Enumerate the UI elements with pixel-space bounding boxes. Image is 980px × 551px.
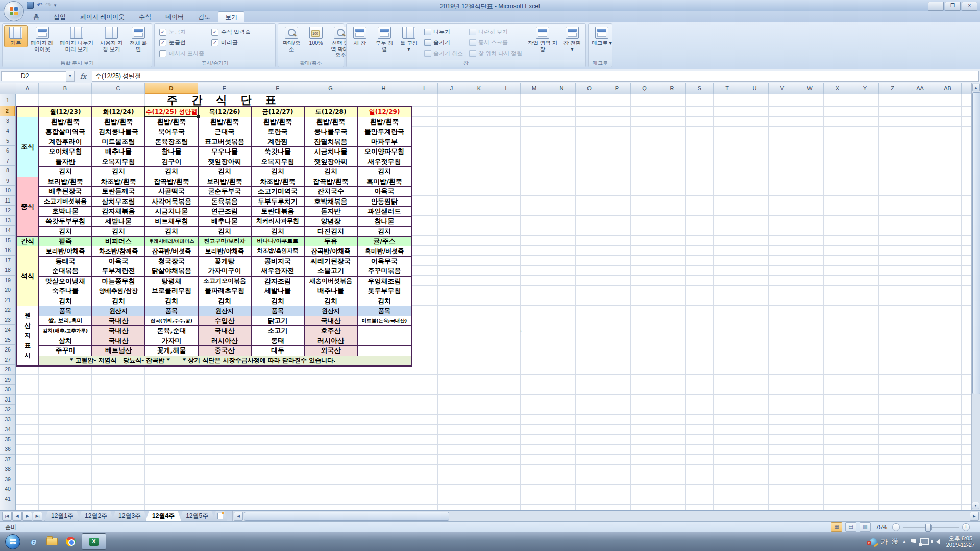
- row-header-3[interactable]: 3: [0, 116, 15, 127]
- row-header-20[interactable]: 20: [0, 285, 15, 295]
- zoom-slider-thumb[interactable]: [925, 524, 931, 532]
- row-header-2[interactable]: 2: [0, 106, 15, 116]
- menu-cell[interactable]: 배추된장국: [39, 187, 92, 197]
- menu-cell[interactable]: 보리밥/흰죽: [199, 177, 252, 187]
- menu-cell[interactable]: 어욱무국: [358, 257, 411, 267]
- menu-cell[interactable]: 연근조림: [199, 207, 252, 217]
- menu-cell[interactable]: 순대볶음: [39, 266, 92, 277]
- menu-cell[interactable]: 김치: [145, 227, 199, 237]
- last-sheet-icon[interactable]: ▶|: [33, 512, 42, 521]
- row-header-24[interactable]: 24: [0, 325, 15, 335]
- day-header-cell[interactable]: 수(12/25) 성탄절: [145, 107, 199, 117]
- menu-cell[interactable]: 안동찜닭: [358, 197, 411, 207]
- menu-cell[interactable]: 치커리사과무침: [252, 217, 305, 227]
- menu-cell[interactable]: 소고기오이볶음: [199, 277, 252, 287]
- origin-cell[interactable]: 소고기: [252, 326, 305, 336]
- menu-cell[interactable]: 참나물: [358, 217, 411, 227]
- menu-cell[interactable]: 돌자반: [39, 157, 92, 167]
- row-header-5[interactable]: 5: [0, 136, 15, 146]
- menu-cell[interactable]: 토란들깨국: [92, 187, 145, 197]
- menu-cell[interactable]: 쑥갓두부무침: [39, 217, 92, 227]
- menu-cell[interactable]: 계란찜: [252, 137, 305, 147]
- origin-cell[interactable]: 동태: [252, 336, 305, 346]
- row-header-22[interactable]: 22: [0, 305, 15, 315]
- menu-cell[interactable]: 잔멸치볶음: [305, 137, 358, 147]
- row-header-8[interactable]: 8: [0, 166, 15, 176]
- menu-cell[interactable]: 사골떡국: [145, 187, 199, 197]
- menu-cell[interactable]: 마늘쫑무침: [92, 277, 145, 287]
- button-틀 고정[interactable]: 틀 고정 ▾: [397, 25, 421, 53]
- column-header-I[interactable]: I: [410, 83, 438, 94]
- row-header-23[interactable]: 23: [0, 315, 15, 325]
- ribbon-tab-데이터[interactable]: 데이터: [159, 11, 190, 22]
- row-headers[interactable]: 1234567891011121314151617181920212223242…: [0, 94, 16, 510]
- menu-cell[interactable]: 흰밥/흰죽: [358, 117, 411, 128]
- menu-cell[interactable]: 마파두부: [358, 137, 411, 147]
- menu-cell[interactable]: 보리밥/야채죽: [39, 246, 92, 257]
- menu-cell[interactable]: 김치: [305, 167, 358, 177]
- formula-input[interactable]: 수(12/25) 성탄절: [92, 71, 979, 82]
- scroll-up-icon[interactable]: ▲: [972, 84, 980, 91]
- row-header-40[interactable]: 40: [0, 484, 15, 494]
- menu-cell[interactable]: 김치: [92, 227, 145, 237]
- row-header-21[interactable]: 21: [0, 295, 15, 306]
- menu-cell[interactable]: 김치: [358, 167, 411, 177]
- row-header-32[interactable]: 32: [0, 405, 15, 415]
- button-숨기기[interactable]: 숨기기: [423, 38, 464, 47]
- ribbon-tab-검토[interactable]: 검토: [191, 11, 217, 22]
- menu-cell[interactable]: 오이채무침: [39, 147, 92, 157]
- origin-cell[interactable]: 러시아산: [305, 336, 358, 346]
- menu-cell[interactable]: 아욱국: [358, 187, 411, 197]
- origin-cell[interactable]: 삼치: [39, 336, 92, 346]
- origin-cell[interactable]: 중국산: [199, 346, 252, 356]
- menu-cell[interactable]: 청국장국: [145, 257, 199, 267]
- menu-cell[interactable]: 양배추찜/쌈장: [92, 286, 145, 296]
- menu-cell[interactable]: 김치: [305, 296, 358, 307]
- origin-cell[interactable]: 잡곡(귀리,수수,콩): [145, 316, 199, 327]
- menu-cell[interactable]: 김치: [358, 227, 411, 237]
- origin-header-cell[interactable]: 원산지: [92, 306, 145, 316]
- row-header-12[interactable]: 12: [0, 206, 15, 216]
- menu-cell[interactable]: 김치: [252, 167, 305, 177]
- name-box-dropdown-icon[interactable]: ▾: [66, 71, 75, 82]
- menu-cell[interactable]: 주꾸미볶음: [358, 266, 411, 277]
- menu-cell[interactable]: 흰밥/흰죽: [145, 117, 199, 128]
- menu-cell[interactable]: 김치: [358, 296, 411, 307]
- menu-cell[interactable]: 감자조림: [252, 277, 305, 287]
- menu-cell[interactable]: 차조밥/흰죽: [252, 177, 305, 187]
- menu-cell[interactable]: 새우젓무침: [358, 157, 411, 167]
- section-label-중식[interactable]: 중식: [17, 177, 39, 237]
- origin-cell[interactable]: 국내산: [92, 326, 145, 336]
- checkbox-메시지 표시줄[interactable]: 메시지 표시줄: [159, 49, 204, 57]
- select-all-corner[interactable]: [0, 83, 16, 94]
- button-숨기기 취소[interactable]: 숨기기 취소: [423, 48, 464, 58]
- ime-hanja-indicator[interactable]: 漢: [892, 537, 898, 546]
- column-header-M[interactable]: M: [521, 83, 548, 94]
- tray-expand-icon[interactable]: ▲: [902, 539, 906, 544]
- menu-cell[interactable]: 참나물: [145, 147, 199, 157]
- row-header-19[interactable]: 19: [0, 276, 15, 286]
- menu-cell[interactable]: 양념장: [305, 217, 358, 227]
- origin-header-cell[interactable]: 원산지: [305, 306, 358, 316]
- origin-cell[interactable]: 국내산: [305, 316, 358, 327]
- row-header-4[interactable]: 4: [0, 126, 15, 136]
- row-header-29[interactable]: 29: [0, 375, 15, 385]
- column-header-U[interactable]: U: [741, 83, 769, 94]
- row-header-9[interactable]: 9: [0, 176, 15, 186]
- menu-cell[interactable]: 맛살오이냉채: [39, 277, 92, 287]
- sheet-tab-12월4주[interactable]: 12월4주: [145, 511, 181, 521]
- menu-cell[interactable]: 소고기미역국: [252, 187, 305, 197]
- menu-cell[interactable]: 시금치나물: [305, 147, 358, 157]
- menu-cell[interactable]: 우엉채조림: [358, 277, 411, 287]
- menu-cell[interactable]: 찐고구마/보리차: [199, 237, 252, 247]
- vertical-scroll-thumb[interactable]: [972, 92, 980, 394]
- column-headers[interactable]: ABCDEFGHIJKLMNOPQRSTUVWXYZAAABAC: [0, 83, 971, 94]
- menu-cell[interactable]: 새송이버섯볶음: [305, 277, 358, 287]
- day-header-cell[interactable]: 일(12/29): [358, 107, 411, 117]
- menu-cell[interactable]: 브로콜리무침: [145, 286, 199, 296]
- row-header-30[interactable]: 30: [0, 385, 15, 395]
- speaker-icon[interactable]: [933, 539, 940, 545]
- column-header-W[interactable]: W: [796, 83, 824, 94]
- origin-cell[interactable]: 돈육,순대: [145, 326, 199, 336]
- button-동시 스크롤[interactable]: 동시 스크롤: [468, 38, 524, 47]
